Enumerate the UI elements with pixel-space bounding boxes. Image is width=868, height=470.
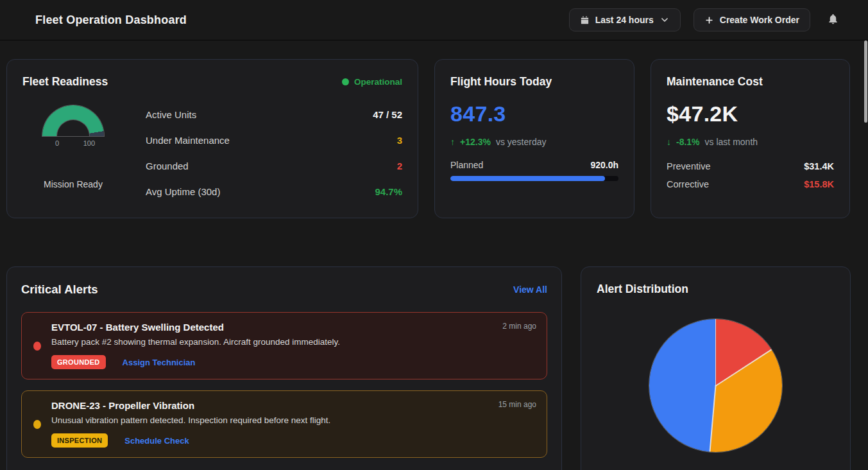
stat-value: 94.7% <box>375 186 402 197</box>
fleet-stats-list: Active Units 47 / 52 Under Maintenance 3… <box>146 101 402 204</box>
alert-title: DRONE-23 - Propeller Vibration <box>51 400 194 411</box>
cost-label: Preventive <box>667 161 711 171</box>
alert-timestamp: 15 min ago <box>498 400 536 409</box>
stat-value: 3 <box>397 135 402 146</box>
chevron-down-icon <box>660 15 670 25</box>
fleet-readiness-card: Fleet Readiness Operational 0 100 Missio… <box>6 59 418 218</box>
kpi-row: Fleet Readiness Operational 0 100 Missio… <box>6 59 868 218</box>
alert-item-evtol-07[interactable]: EVTOL-07 - Battery Swelling Detected 2 m… <box>21 312 547 379</box>
alert-status-badge: GROUNDED <box>51 355 106 369</box>
alert-status-badge: INSPECTION <box>51 433 108 448</box>
flight-hours-delta-context: vs yesterday <box>496 137 547 147</box>
critical-alerts-title: Critical Alerts <box>21 283 98 297</box>
readiness-gauge-arc <box>42 105 104 136</box>
alert-timestamp: 2 min ago <box>502 322 536 331</box>
stat-value: 47 / 52 <box>373 109 402 120</box>
gauge-max-label: 100 <box>83 139 95 147</box>
flight-hours-card: Flight Hours Today 847.3 ↑ +12.3% vs yes… <box>434 59 634 218</box>
vertical-scrollbar-thumb[interactable] <box>864 40 867 123</box>
gauge-caption: Mission Ready <box>44 179 103 189</box>
flight-hours-title: Flight Hours Today <box>450 75 618 89</box>
stat-row-grounded: Grounded 2 <box>146 153 402 178</box>
bell-icon <box>827 13 839 25</box>
create-work-order-label: Create Work Order <box>720 15 799 25</box>
stat-label: Under Maintenance <box>146 135 230 146</box>
stat-row-active-units: Active Units 47 / 52 <box>146 101 402 127</box>
alert-description: Unusual vibration pattern detected. Insp… <box>51 415 536 425</box>
stat-value: 2 <box>397 161 402 171</box>
readiness-gauge-hole <box>56 119 90 136</box>
status-label: Operational <box>354 77 402 87</box>
maintenance-cost-value: $47.2K <box>667 101 834 126</box>
flight-hours-delta: +12.3% <box>460 137 491 147</box>
header: Fleet Operation Dasbhoard Last 24 hours … <box>0 0 868 40</box>
fleet-readiness-title: Fleet Readiness <box>22 75 108 89</box>
alert-distribution-pie-chart <box>649 319 782 452</box>
alerts-row: Critical Alerts View All EVTOL-07 - Batt… <box>6 266 868 470</box>
gauge-min-label: 0 <box>55 139 59 147</box>
assign-technician-link[interactable]: Assign Technician <box>123 358 196 367</box>
plus-icon <box>704 15 714 25</box>
planned-value: 920.0h <box>590 160 618 170</box>
operational-status-badge: Operational <box>342 77 402 87</box>
status-dot-icon <box>342 78 349 85</box>
alert-distribution-title: Alert Distribution <box>597 283 835 296</box>
alert-description: Battery pack #2 showing thermal expansio… <box>51 337 536 347</box>
time-range-label: Last 24 hours <box>595 15 654 25</box>
maintenance-cost-card: Maintenance Cost $47.2K ↓ -8.1% vs last … <box>651 59 850 218</box>
planned-label: Planned <box>450 160 483 170</box>
schedule-check-link[interactable]: Schedule Check <box>124 436 189 446</box>
stat-row-under-maintenance: Under Maintenance 3 <box>146 127 402 153</box>
readiness-gauge: 0 100 Mission Ready <box>22 105 124 204</box>
flight-hours-progress-fill <box>450 176 605 181</box>
up-arrow-icon: ↑ <box>450 137 455 147</box>
maintenance-cost-title: Maintenance Cost <box>667 75 834 89</box>
alert-severity-dot-icon <box>33 420 41 429</box>
cost-value: $31.4K <box>804 161 834 171</box>
critical-alerts-card: Critical Alerts View All EVTOL-07 - Batt… <box>6 266 562 470</box>
pie-slice-separator <box>715 349 772 387</box>
maintenance-cost-delta-context: vs last month <box>705 137 758 147</box>
stat-row-avg-uptime: Avg Uptime (30d) 94.7% <box>146 178 402 204</box>
alert-title: EVTOL-07 - Battery Swelling Detected <box>51 322 224 333</box>
maintenance-cost-delta: -8.1% <box>676 137 700 147</box>
cost-row-preventive: Preventive $31.4K <box>667 157 834 175</box>
pie-slice-separator <box>710 385 717 451</box>
alert-severity-dot-icon <box>33 342 41 351</box>
page-title: Fleet Operation Dasbhoard <box>35 13 187 27</box>
cost-label: Corrective <box>667 179 709 189</box>
cost-row-corrective: Corrective $15.8K <box>667 175 834 193</box>
alert-item-drone-23[interactable]: DRONE-23 - Propeller Vibration 15 min ag… <box>21 390 547 458</box>
stat-label: Avg Uptime (30d) <box>146 186 220 197</box>
alert-distribution-card: Alert Distribution <box>581 266 851 470</box>
view-all-link[interactable]: View All <box>513 284 547 295</box>
flight-hours-progress-track <box>450 176 618 181</box>
calendar-icon <box>580 15 590 25</box>
stat-label: Active Units <box>146 109 196 120</box>
down-arrow-icon: ↓ <box>667 137 671 147</box>
create-work-order-button[interactable]: Create Work Order <box>694 8 810 31</box>
cost-value: $15.8K <box>804 179 834 189</box>
notifications-button[interactable] <box>827 13 839 27</box>
flight-hours-value: 847.3 <box>450 101 618 126</box>
pie-slice-separator <box>715 319 717 386</box>
stat-label: Grounded <box>146 161 189 171</box>
time-range-button[interactable]: Last 24 hours <box>569 8 681 31</box>
